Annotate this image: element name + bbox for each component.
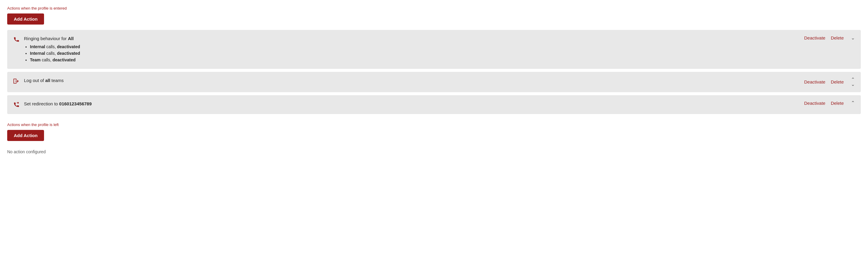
action-card-logout: Log out of all teams Deactivate Delete ⌃… <box>7 72 861 92</box>
delete-button-redirection[interactable]: Delete <box>831 101 844 106</box>
deactivate-button-ringing[interactable]: Deactivate <box>804 35 826 40</box>
redirection-prefix: Set redirection to <box>24 101 59 106</box>
ringing-bullets: Internal calls, deactivated Internal cal… <box>30 43 795 64</box>
action-card-redirection: Set redirection to 0160123456789 Deactiv… <box>7 95 861 114</box>
action-title-redirection: Set redirection to 0160123456789 <box>24 101 795 107</box>
chevron-group-logout: ⌃ ⌄ <box>851 77 855 87</box>
action-card-right-ringing: Deactivate Delete ⌄ <box>804 35 855 40</box>
chevron-up-logout[interactable]: ⌃ <box>851 77 855 82</box>
action-content-logout: Log out of all teams <box>24 77 795 84</box>
chevron-up-redirection[interactable]: ⌃ <box>851 101 855 105</box>
action-title-logout: Log out of all teams <box>24 77 795 84</box>
bullet-3: Team calls, deactivated <box>30 57 795 63</box>
action-card-left-redirection: Set redirection to 0160123456789 <box>13 101 795 109</box>
chevron-down-logout[interactable]: ⌄ <box>851 82 855 87</box>
action-card-right-logout: Deactivate Delete ⌃ ⌄ <box>804 77 855 87</box>
phone-redirect-icon <box>13 101 20 109</box>
logout-suffix: teams <box>50 78 64 83</box>
redirection-number: 0160123456789 <box>59 101 92 106</box>
action-content-redirection: Set redirection to 0160123456789 <box>24 101 795 107</box>
delete-button-ringing[interactable]: Delete <box>831 35 844 40</box>
add-action-button-bottom[interactable]: Add Action <box>7 130 44 141</box>
ringing-prefix: Ringing behaviour for <box>24 36 68 41</box>
bullet-1: Internal calls, deactivated <box>30 43 795 50</box>
section-left: Actions when the profile is left Add Act… <box>7 123 861 154</box>
logout-prefix: Log out of <box>24 78 45 83</box>
action-card-left-logout: Log out of all teams <box>13 77 795 85</box>
deactivate-button-logout[interactable]: Deactivate <box>804 79 826 84</box>
section-entered-label: Actions when the profile is entered <box>7 6 861 10</box>
chevron-group-redirection: ⌃ <box>851 101 855 105</box>
logout-icon <box>13 78 20 85</box>
section-left-label: Actions when the profile is left <box>7 123 861 127</box>
no-action-text: No action configured <box>7 149 861 154</box>
add-action-button-top[interactable]: Add Action <box>7 13 44 25</box>
chevron-group-ringing: ⌄ <box>851 36 855 40</box>
action-card-left-ringing: Ringing behaviour for All Internal calls… <box>13 35 795 64</box>
bullet-2: Internal calls, deactivated <box>30 50 795 57</box>
delete-button-logout[interactable]: Delete <box>831 79 844 84</box>
action-content-ringing: Ringing behaviour for All Internal calls… <box>24 35 795 64</box>
action-card-right-redirection: Deactivate Delete ⌃ <box>804 101 855 106</box>
action-card-ringing: Ringing behaviour for All Internal calls… <box>7 30 861 69</box>
action-title-ringing: Ringing behaviour for All <box>24 35 795 42</box>
logout-bold: all <box>45 78 50 83</box>
ringing-bold: All <box>68 36 74 41</box>
deactivate-button-redirection[interactable]: Deactivate <box>804 101 826 106</box>
chevron-down-ringing[interactable]: ⌄ <box>851 36 855 40</box>
section-entered: Actions when the profile is entered Add … <box>7 6 861 30</box>
phone-icon <box>13 36 20 43</box>
